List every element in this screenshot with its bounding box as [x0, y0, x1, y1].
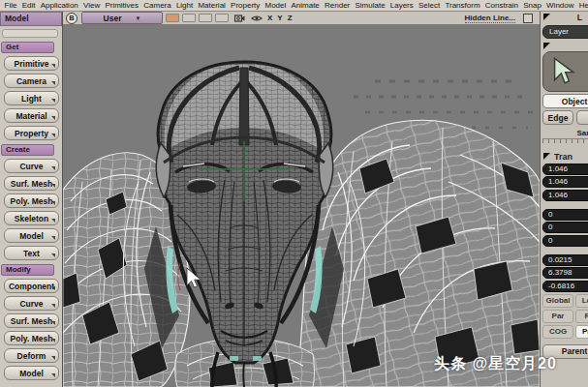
- axis-toggle-z[interactable]: Z: [288, 14, 293, 22]
- menu-item-model[interactable]: Model: [263, 1, 289, 10]
- tool-button-get-light[interactable]: Light: [4, 91, 59, 105]
- menu-item-view[interactable]: View: [80, 1, 102, 10]
- select-section-header: [541, 42, 588, 49]
- menu-item-property[interactable]: Property: [228, 1, 262, 10]
- memo-cam-button-1[interactable]: [166, 14, 179, 22]
- menu-item-file[interactable]: File: [2, 1, 19, 10]
- transform-rotate-x-field[interactable]: 0: [542, 209, 588, 221]
- submenu-triangle-icon: [51, 304, 55, 308]
- panel-arrow-icon: [543, 153, 550, 160]
- eye-icon[interactable]: [251, 15, 263, 22]
- layer-dropdown[interactable]: Layer: [542, 25, 588, 39]
- transform-title: Tran: [554, 152, 573, 162]
- tool-button-modify-poly-mesh[interactable]: Poly. Mesh: [4, 331, 59, 345]
- submenu-triangle-icon: [51, 286, 55, 290]
- axis-toggle-y[interactable]: Y: [277, 14, 282, 22]
- filter-partial-button[interactable]: [576, 110, 588, 125]
- toolbar-mode-title[interactable]: Model: [0, 12, 62, 26]
- panel-arrow-icon: [543, 14, 550, 20]
- memo-cam-button-3[interactable]: [199, 14, 212, 22]
- prop-toggle[interactable]: Prop: [575, 325, 588, 339]
- tool-button-get-camera[interactable]: Camera: [4, 74, 59, 88]
- submenu-triangle-icon: [51, 134, 55, 137]
- tool-button-label: Poly. Mesh: [11, 196, 53, 206]
- menu-item-application[interactable]: Application: [38, 1, 80, 10]
- tool-button-label: Model: [19, 369, 44, 378]
- tool-button-create-poly-mesh[interactable]: Poly. Mesh: [4, 194, 59, 208]
- transform-scale-y-field[interactable]: 1.046: [542, 176, 588, 188]
- filter-object-button[interactable]: Object: [542, 94, 588, 108]
- menu-item-animate[interactable]: Animate: [289, 1, 323, 10]
- memo-cam-button-2[interactable]: [182, 14, 196, 22]
- menu-item-snap[interactable]: Snap: [521, 1, 544, 10]
- menu-item-camera[interactable]: Camera: [141, 1, 174, 10]
- submenu-triangle-icon: [51, 321, 55, 325]
- tool-button-modify-curve[interactable]: Curve: [4, 296, 59, 311]
- cog-toggle[interactable]: COG: [542, 325, 573, 339]
- menu-item-select[interactable]: Select: [416, 1, 442, 10]
- tool-button-create-text[interactable]: Text: [4, 246, 59, 260]
- viewport-resize-icon[interactable]: [523, 14, 533, 23]
- section-header-modify: Modify: [1, 264, 54, 276]
- transform-section-header: Tran: [541, 151, 588, 162]
- submenu-triangle-icon: [51, 201, 55, 205]
- model-toolbar-panel: Model Get Primitive Camera Light Materia…: [0, 12, 63, 387]
- par-toggle[interactable]: Par: [542, 310, 573, 323]
- view-mode-dropdown[interactable]: User ▼: [81, 12, 163, 24]
- menu-item-edit[interactable]: Edit: [19, 1, 38, 10]
- menu-item-material[interactable]: Material: [196, 1, 229, 10]
- tool-button-primitive[interactable]: Primitive: [4, 56, 59, 71]
- transform-translate-x-field[interactable]: 0.0215: [542, 254, 588, 266]
- menu-item-constrain[interactable]: Constrain: [482, 1, 520, 10]
- tool-button-label: Camera: [16, 76, 46, 86]
- menu-item-primitives[interactable]: Primitives: [103, 1, 141, 10]
- section-header-get: Get: [1, 42, 54, 53]
- submenu-triangle-icon: [51, 166, 55, 170]
- tool-button-create-model[interactable]: Model: [4, 228, 59, 243]
- tool-button-get-material[interactable]: Material: [4, 108, 59, 123]
- display-mode-dropdown[interactable]: Hidden Line...: [465, 14, 515, 23]
- tool-button-modify-surf-mesh[interactable]: Surf. Mesh: [4, 313, 59, 328]
- tool-button-create-curve[interactable]: Curve: [4, 159, 59, 173]
- tool-button-label: Curve: [19, 299, 43, 309]
- tool-button-label: Deform: [17, 351, 46, 361]
- tool-button-modify-component[interactable]: Component: [4, 279, 59, 293]
- tool-button-create-surf-mesh[interactable]: Surf. Mesh: [4, 176, 59, 191]
- submenu-triangle-icon: [51, 116, 55, 120]
- local-toggle[interactable]: Loca: [575, 294, 588, 308]
- mcp-header-letter: L: [577, 13, 582, 22]
- sample-slider[interactable]: [542, 138, 588, 143]
- tool-button-modify-deform[interactable]: Deform: [4, 348, 59, 363]
- ref-toggle[interactable]: Ref: [575, 310, 588, 323]
- menu-item-window[interactable]: Window: [543, 1, 576, 10]
- tool-button-modify-model[interactable]: Model: [4, 366, 59, 380]
- transform-translate-z-field[interactable]: -0.6816: [542, 281, 588, 292]
- transform-rotate-z-field[interactable]: 0: [542, 235, 588, 247]
- filter-edge-button[interactable]: Edge: [542, 110, 573, 125]
- viewport-camera-badge[interactable]: B: [66, 13, 77, 24]
- camera-icon[interactable]: [234, 14, 245, 22]
- tool-button-get-property[interactable]: Property: [4, 126, 59, 140]
- menu-item-layers[interactable]: Layers: [387, 1, 416, 10]
- toolbar-blank-strip: [2, 29, 58, 38]
- transform-rotate-y-field[interactable]: 0: [542, 222, 588, 233]
- memo-cam-button-4[interactable]: [215, 14, 229, 22]
- tool-button-create-skeleton[interactable]: Skeleton: [4, 211, 59, 225]
- tool-button-label: Material: [15, 111, 46, 121]
- menu-item-transform[interactable]: Transform: [443, 1, 482, 10]
- menu-item-help[interactable]: Help: [576, 1, 588, 10]
- global-toggle[interactable]: Global: [542, 294, 573, 308]
- wireframe-model: [63, 25, 540, 387]
- tool-button-label: Surf. Mesh: [11, 179, 52, 189]
- menu-item-simulate[interactable]: Simulate: [353, 1, 387, 10]
- menu-item-render[interactable]: Render: [322, 1, 352, 10]
- panel-arrow-icon: [543, 43, 550, 49]
- transform-scale-z-field[interactable]: 1.046: [542, 190, 588, 201]
- select-tool-button[interactable]: [542, 51, 588, 92]
- transform-translate-y-field[interactable]: 6.3798: [542, 267, 588, 279]
- menu-item-light[interactable]: Light: [173, 1, 196, 10]
- sample-label: Sample: [541, 129, 588, 137]
- transform-scale-x-field[interactable]: 1.046: [542, 164, 588, 175]
- viewport-canvas[interactable]: [63, 25, 540, 387]
- axis-toggle-x[interactable]: X: [267, 14, 272, 22]
